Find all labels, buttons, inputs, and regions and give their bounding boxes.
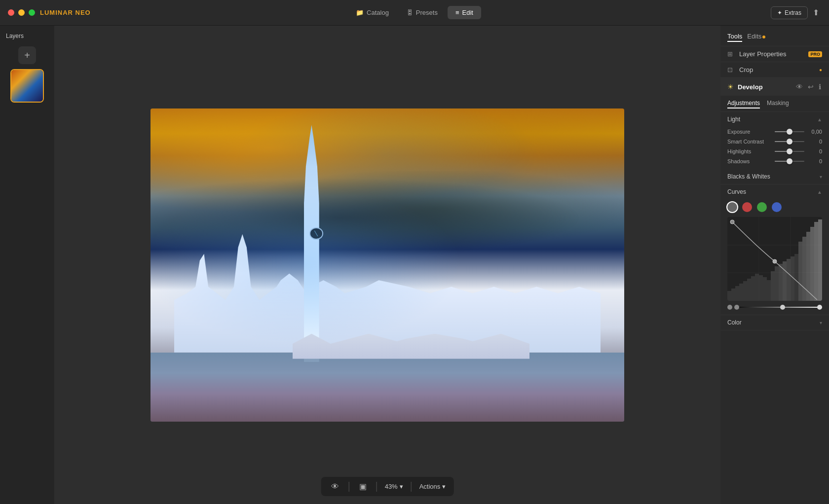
curves-slider-left-dot xyxy=(727,305,732,310)
smart-contrast-label: Smart Contrast xyxy=(727,139,771,144)
crop-label: Crop xyxy=(739,66,815,73)
develop-visibility-btn[interactable]: 👁 xyxy=(795,82,804,92)
curves-chevron-icon: ▲ xyxy=(817,189,822,195)
compare-toggle[interactable]: ▣ xyxy=(357,481,369,492)
sub-tab-adjustments[interactable]: Adjustments xyxy=(727,99,760,108)
clock-hand xyxy=(314,231,318,237)
develop-sub-tabs: Adjustments Masking xyxy=(720,96,829,112)
layer-thumb-preview xyxy=(11,70,43,102)
tab-tools[interactable]: Tools xyxy=(727,32,742,42)
share-button[interactable]: ⬆ xyxy=(813,8,819,17)
exposure-thumb[interactable] xyxy=(787,129,792,135)
smart-contrast-value: 0 xyxy=(808,139,822,144)
layer-properties-label: Layer Properties xyxy=(739,50,804,58)
svg-point-28 xyxy=(730,220,734,224)
water-element xyxy=(151,353,624,422)
exposure-label: Exposure xyxy=(727,129,771,135)
svg-rect-17 xyxy=(779,264,783,301)
tab-edits[interactable]: Edits xyxy=(747,32,765,42)
sub-tab-masking[interactable]: Masking xyxy=(767,99,789,108)
highlights-track[interactable] xyxy=(775,151,804,152)
curves-bottom-slider xyxy=(720,303,829,312)
layer-thumbnail[interactable] xyxy=(10,69,44,103)
extras-icon: ✦ xyxy=(777,9,782,16)
shadows-thumb[interactable] xyxy=(787,158,792,164)
canvas-toolbar: 👁 ▣ 43% ▾ Actions ▾ xyxy=(321,477,454,496)
presets-icon: 🎛 xyxy=(407,9,413,16)
svg-rect-23 xyxy=(802,237,806,301)
develop-section-header: ☀ Develop 👁 ↩ ℹ xyxy=(720,78,829,96)
svg-rect-4 xyxy=(727,291,731,301)
highlights-thumb[interactable] xyxy=(787,148,792,154)
cloud-overlay xyxy=(151,171,624,265)
nav-catalog[interactable]: 📁 Catalog xyxy=(348,6,397,19)
shadows-value: 0 xyxy=(808,158,822,164)
panel-tabs: Tools Edits xyxy=(720,26,829,46)
crop-icon: ⊡ xyxy=(727,66,735,73)
svg-rect-27 xyxy=(818,219,822,301)
actions-button[interactable]: Actions ▾ xyxy=(419,483,446,490)
visibility-toggle[interactable]: 👁 xyxy=(329,481,341,492)
curves-header[interactable]: Curves ▲ xyxy=(720,184,829,199)
photo-container xyxy=(151,108,624,422)
plus-icon: + xyxy=(24,50,30,61)
light-section-header[interactable]: Light ▲ xyxy=(720,112,829,127)
color-chevron-icon: ▾ xyxy=(820,320,822,325)
curves-slider-track[interactable] xyxy=(734,307,822,308)
develop-title: Develop xyxy=(738,83,791,91)
curves-thumb-mid[interactable] xyxy=(780,305,785,310)
right-panel: Tools Edits ⊞ Layer Properties PRO ⊡ Cro… xyxy=(720,26,829,504)
zoom-control[interactable]: 43% ▾ xyxy=(385,483,403,490)
close-button[interactable] xyxy=(8,9,14,16)
curves-svg xyxy=(727,217,822,301)
layers-title: Layers xyxy=(6,33,24,39)
channel-blue-btn[interactable] xyxy=(772,202,782,212)
color-header[interactable]: Color ▾ xyxy=(720,315,829,330)
toolbar-divider-3 xyxy=(411,482,412,492)
smart-contrast-track[interactable] xyxy=(775,141,804,142)
develop-action-buttons: 👁 ↩ ℹ xyxy=(795,82,822,92)
maximize-button[interactable] xyxy=(29,9,35,16)
panel-item-layer-properties[interactable]: ⊞ Layer Properties PRO xyxy=(720,46,829,62)
exposure-track[interactable] xyxy=(775,131,804,132)
edit-icon: ≡ xyxy=(455,9,459,16)
blacks-whites-title: Blacks & Whites xyxy=(727,173,820,180)
blacks-whites-header[interactable]: Blacks & Whites ▾ xyxy=(720,169,829,184)
channel-all-btn[interactable] xyxy=(727,202,737,212)
svg-rect-14 xyxy=(767,280,771,301)
edits-dot xyxy=(762,36,765,38)
smart-contrast-slider-row: Smart Contrast 0 xyxy=(720,137,829,146)
svg-rect-21 xyxy=(794,254,798,301)
svg-rect-11 xyxy=(755,274,759,301)
minimize-button[interactable] xyxy=(18,9,25,16)
add-layer-button[interactable]: + xyxy=(18,46,36,64)
highlights-label: Highlights xyxy=(727,148,771,154)
svg-rect-15 xyxy=(771,271,775,301)
titlebar-actions: ✦ Extras ⬆ xyxy=(771,6,819,19)
shadows-track[interactable] xyxy=(775,161,804,162)
extras-button[interactable]: ✦ Extras xyxy=(771,6,808,19)
catalog-icon: 📁 xyxy=(356,9,364,16)
nav-edit[interactable]: ≡ Edit xyxy=(448,6,481,19)
toolbar-divider-2 xyxy=(377,482,377,492)
develop-sun-icon: ☀ xyxy=(727,83,734,91)
nav-presets[interactable]: 🎛 Presets xyxy=(399,6,446,19)
svg-rect-26 xyxy=(814,222,818,301)
palace-element xyxy=(174,221,601,353)
channel-green-btn[interactable] xyxy=(757,202,767,212)
zoom-chevron-icon: ▾ xyxy=(400,483,403,490)
highlights-value: 0 xyxy=(808,148,822,154)
curves-thumb-right[interactable] xyxy=(817,305,822,310)
main-content: Layers + xyxy=(0,26,829,504)
develop-info-btn[interactable]: ℹ xyxy=(818,82,822,92)
svg-rect-8 xyxy=(743,281,747,301)
highlights-slider-row: Highlights 0 xyxy=(720,146,829,156)
develop-reset-btn[interactable]: ↩ xyxy=(807,82,815,92)
blacks-whites-chevron-icon: ▾ xyxy=(820,174,822,180)
panel-item-crop[interactable]: ⊡ Crop ● xyxy=(720,62,829,78)
layers-panel: Layers + xyxy=(0,26,54,504)
channel-red-btn[interactable] xyxy=(742,202,752,212)
smart-contrast-thumb[interactable] xyxy=(787,139,792,144)
curves-graph[interactable] xyxy=(727,217,822,301)
curves-thumb-left[interactable] xyxy=(734,305,739,310)
